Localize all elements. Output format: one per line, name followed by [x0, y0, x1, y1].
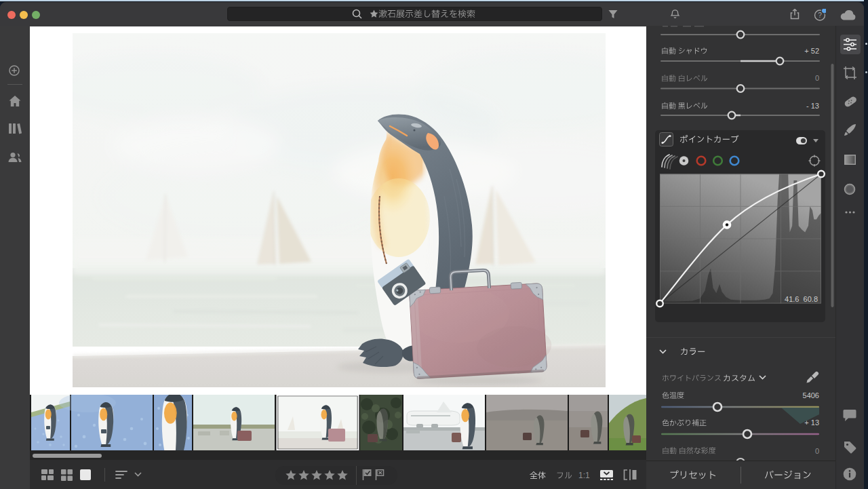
svg-text:41.6 60.8: 41.6 60.8 — [785, 295, 818, 303]
svg-text:?: ? — [818, 12, 822, 19]
